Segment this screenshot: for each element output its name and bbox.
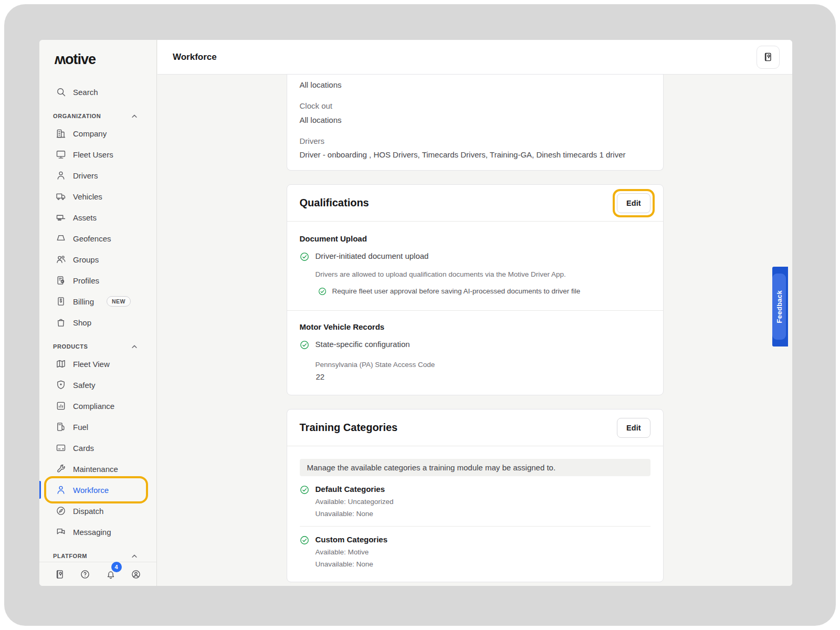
sidebar-item-groups[interactable]: Groups [39,249,156,270]
training-card-header: Training Categories Edit [287,410,663,446]
check-circle-icon [300,485,309,497]
fuel-icon [56,422,66,432]
truck-icon [56,191,66,202]
qualifications-edit-button[interactable]: Edit [617,193,650,213]
guide-button[interactable] [54,568,66,581]
sidebar-item-fleet-view[interactable]: Fleet View [39,353,156,374]
main-area: Workforce All locationsClock outAll loca… [158,40,792,586]
sidebar-item-label: Profiles [73,276,99,285]
summary-field-value: All locations [300,115,650,125]
sidebar-item-drivers[interactable]: Drivers [39,165,156,186]
check-circle-icon [318,287,327,298]
shield-icon [56,380,66,390]
qualifications-body: Document UploadDriver-initiated document… [287,222,663,395]
sidebar-item-assets[interactable]: Assets [39,207,156,228]
sub-setting-row: Require fleet user approval before savin… [318,287,650,298]
chevron-up-icon [129,551,140,561]
screenshot-stage: ʍotive Search ORGANIZATIONCompanyFleet U… [0,0,840,630]
chevron-up-icon [129,111,140,121]
sidebar-item-billing[interactable]: BillingNEW [39,291,156,312]
trailer-icon [56,212,66,223]
sidebar-item-label: Billing [73,297,94,306]
sidebar-item-label: Geofences [73,234,111,243]
sidebar-item-label: Compliance [73,402,114,411]
sidebar-item-safety[interactable]: Safety [39,374,156,395]
training-edit-wrap: Edit [617,418,650,438]
wrench-icon [56,464,66,474]
summary-rows: All locationsClock outAll locationsDrive… [300,80,650,161]
sidebar-item-messaging[interactable]: Messaging [39,521,156,542]
sidebar-section-header-organization[interactable]: ORGANIZATION [39,109,156,123]
sidebar-item-shop[interactable]: Shop [39,312,156,333]
training-items: Default CategoriesAvailable: Uncategoriz… [300,485,650,568]
qualifications-section-heading: Document Upload [300,234,650,243]
training-item-line: Unavailable: None [316,510,394,518]
sidebar-item-maintenance[interactable]: Maintenance [39,458,156,479]
search-icon [56,87,66,97]
sidebar-item-label: Workforce [73,486,109,495]
training-item-content: Custom CategoriesAvailable: MotiveUnavai… [316,535,388,568]
sidebar-item-dispatch[interactable]: Dispatch [39,500,156,521]
sidebar-item-cards[interactable]: Cards [39,437,156,458]
sidebar-search[interactable]: Search [39,81,156,102]
active-indicator-bar [39,481,41,499]
sub-setting-label: Require fleet user approval before savin… [332,287,581,295]
sidebar-section-label: ORGANIZATION [53,113,101,119]
training-item-line: Available: Uncategorized [316,498,394,506]
sidebar-section-header-products[interactable]: PRODUCTS [39,340,156,353]
training-edit-button[interactable]: Edit [617,418,650,438]
page-content: All locationsClock outAll locationsDrive… [158,75,792,586]
sidebar-search-label: Search [73,88,98,97]
sidebar-item-label: Shop [73,318,91,327]
guide-button[interactable] [757,46,780,69]
sidebar-item-label: Fleet View [73,360,110,369]
sidebar-item-fuel[interactable]: Fuel [39,416,156,437]
qualifications-section-heading: Motor Vehicle Records [300,322,650,331]
training-item-custom-categories: Custom CategoriesAvailable: MotiveUnavai… [300,535,650,568]
app-window: ʍotive Search ORGANIZATIONCompanyFleet U… [39,40,792,586]
check-circle-icon [300,340,309,352]
dispatch-icon [56,506,66,516]
geofence-icon [56,233,66,244]
help-icon [80,569,90,580]
sidebar-item-label: Fuel [73,423,88,432]
feedback-tab-label: Feedback [775,290,783,323]
sidebar-nav: ORGANIZATIONCompanyFleet UsersDriversVeh… [39,109,156,563]
sidebar-item-profiles[interactable]: Profiles [39,270,156,291]
sidebar-item-fleet-users[interactable]: Fleet Users [39,144,156,165]
credit-card-icon [56,443,66,453]
sidebar-item-geofences[interactable]: Geofences [39,228,156,249]
qualifications-card-header: Qualifications Edit [287,185,663,222]
check-circle-icon [300,536,309,547]
sidebar-item-compliance[interactable]: Compliance [39,395,156,416]
motive-logo-text: otive [65,51,96,67]
chevron-up-icon [129,341,140,352]
check-circle-icon [300,252,309,264]
training-categories-card: Training Categories Edit Manage the avai… [287,409,664,582]
feedback-tab-inner: Feedback [772,274,786,340]
list-divider [300,526,650,527]
sidebar-item-label: Vehicles [73,192,102,201]
cards-column: All locationsClock outAll locationsDrive… [287,75,664,582]
detail-label: Pennsylvania (PA) State Access Code [316,361,650,369]
feedback-tab[interactable]: Feedback [772,267,788,346]
person-icon [56,170,66,181]
compliance-icon [56,401,66,411]
setting-row-driver-initiated-document-upload: Driver-initiated document upload [300,251,650,264]
bell-button[interactable]: 4 [104,568,117,581]
account-button[interactable] [130,568,142,581]
setting-row-state-specific-configuration: State-specific configuration [300,340,650,352]
sidebar-item-vehicles[interactable]: Vehicles [39,186,156,207]
sidebar-item-workforce[interactable]: Workforce [39,479,156,500]
training-item-title: Default Categories [316,485,394,494]
help-button[interactable] [79,568,91,581]
account-icon [131,569,141,580]
guide-icon [763,52,773,62]
training-item-title: Custom Categories [316,535,388,544]
qualifications-title: Qualifications [300,197,369,209]
sidebar-item-company[interactable]: Company [39,123,156,144]
summary-field-value: All locations [300,80,650,90]
sidebar-section-header-platform[interactable]: PLATFORM [39,549,156,563]
map-icon [56,359,66,369]
sidebar-item-label: Safety [73,381,96,390]
